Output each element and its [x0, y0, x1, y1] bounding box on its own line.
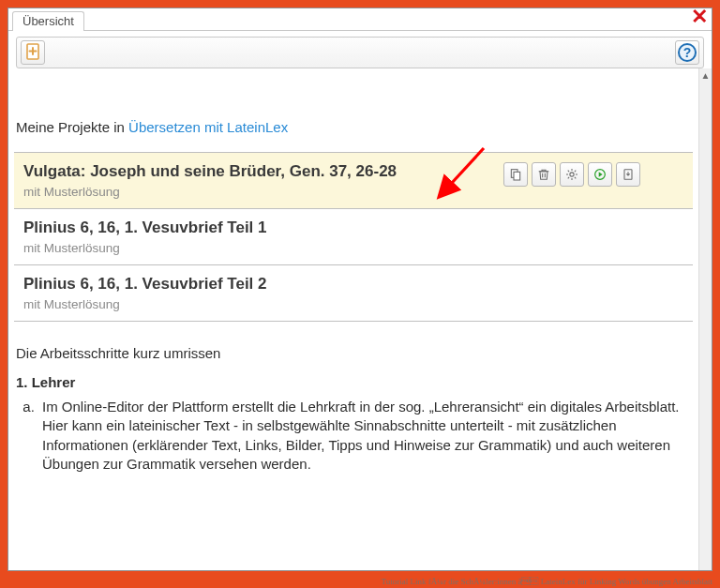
- project-title: Plinius 6, 16, 1. Vesuvbrief Teil 1: [23, 219, 683, 237]
- toolbar: ?: [16, 37, 704, 68]
- tab-bar: Übersicht ✕: [8, 8, 712, 31]
- help-button[interactable]: ?: [675, 40, 699, 65]
- play-button[interactable]: [588, 162, 612, 187]
- instructions-step-text: Im Online-Editor der Plattform erstellt …: [38, 398, 691, 474]
- vertical-scrollbar[interactable]: ▲: [698, 68, 712, 570]
- translate-link[interactable]: Übersetzen mit LateinLex: [128, 119, 288, 135]
- trash-icon: [536, 167, 551, 182]
- project-title: Plinius 6, 16, 1. Vesuvbrief Teil 2: [23, 275, 683, 294]
- delete-button[interactable]: [532, 162, 556, 187]
- project-subtitle: mit Musterlösung: [23, 241, 683, 255]
- help-icon: ?: [678, 43, 697, 62]
- tab-overview[interactable]: Übersicht: [12, 11, 84, 31]
- tab-label: Übersicht: [22, 14, 74, 28]
- instructions-step-label: 1. Lehrer: [16, 374, 691, 390]
- export-doc-icon: [621, 167, 636, 182]
- svg-rect-2: [514, 172, 520, 180]
- image-caption: Tutorial Link fÃ¼r die SchÃ¼ler:innen â…: [8, 577, 712, 586]
- new-doc-plus-icon: [22, 41, 44, 64]
- close-button[interactable]: ✕: [689, 8, 710, 28]
- copy-icon: [508, 167, 523, 182]
- projects-heading: Meine Projekte in Übersetzen mit LateinL…: [16, 119, 693, 135]
- app-window: Übersicht ✕ ? ▲ Meine Projekte in Überse…: [8, 8, 712, 571]
- settings-button[interactable]: [560, 162, 584, 187]
- export-button[interactable]: [616, 162, 640, 187]
- scroll-up-arrow-icon[interactable]: ▲: [699, 68, 712, 83]
- play-icon: [592, 167, 608, 182]
- instructions-heading: Die Arbeitsschritte kurz umrissen: [16, 345, 691, 361]
- project-row[interactable]: Plinius 6, 16, 1. Vesuvbrief Teil 1 mit …: [14, 208, 693, 265]
- project-subtitle: mit Musterlösung: [23, 297, 683, 311]
- content-area: Meine Projekte in Übersetzen mit LateinL…: [8, 72, 698, 570]
- project-row[interactable]: Plinius 6, 16, 1. Vesuvbrief Teil 2 mit …: [14, 264, 693, 322]
- project-subtitle: mit Musterlösung: [23, 185, 683, 199]
- projects-heading-prefix: Meine Projekte in: [16, 119, 128, 135]
- svg-point-3: [570, 173, 574, 176]
- project-row[interactable]: Vulgata: Joseph und seine Brüder, Gen. 3…: [14, 152, 693, 209]
- new-project-button[interactable]: [21, 40, 45, 65]
- copy-button[interactable]: [503, 162, 528, 187]
- gear-icon: [564, 167, 579, 182]
- project-actions: [503, 162, 640, 187]
- instructions: Die Arbeitsschritte kurz umrissen 1. Leh…: [16, 345, 691, 474]
